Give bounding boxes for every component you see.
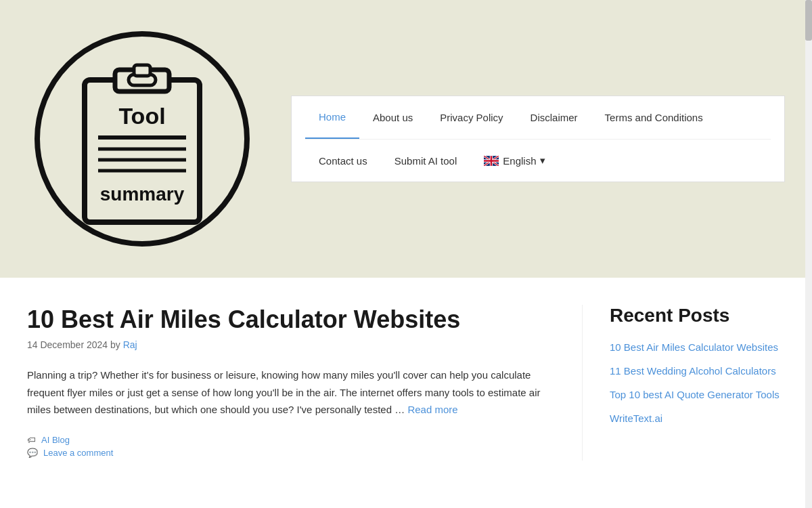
scrollbar-thumb[interactable]: [805, 0, 812, 41]
list-item: WriteText.ai: [610, 411, 785, 425]
site-content: 10 Best Air Miles Calculator Websites 14…: [0, 278, 812, 488]
nav-terms[interactable]: Terms and Conditions: [591, 97, 717, 138]
main-area: 10 Best Air Miles Calculator Websites 14…: [27, 305, 555, 461]
article: 10 Best Air Miles Calculator Websites 14…: [27, 305, 555, 458]
nav-privacy[interactable]: Privacy Policy: [426, 97, 516, 138]
recent-post-link-2[interactable]: 11 Best Wedding Alcohol Calculators: [610, 365, 776, 377]
nav-about[interactable]: About us: [359, 97, 426, 138]
article-excerpt: Planning a trip? Whether it's for busine…: [27, 366, 555, 419]
nav-disclaimer[interactable]: Disclaimer: [517, 97, 591, 138]
list-item: Top 10 best AI Quote Generator Tools: [610, 387, 785, 402]
svg-text:summary: summary: [100, 184, 185, 205]
article-by: by: [110, 339, 123, 350]
category-row: 🏷 AI Blog: [27, 435, 555, 445]
nav-row-1: Home About us Privacy Policy Disclaimer …: [305, 96, 771, 140]
read-more-link[interactable]: Read more: [407, 404, 457, 415]
svg-text:Tool: Tool: [118, 103, 165, 129]
nav-contact[interactable]: Contact us: [305, 140, 381, 182]
article-author[interactable]: Raj: [123, 339, 137, 350]
language-arrow: ▾: [540, 154, 545, 167]
nav-row-2: Contact us Submit AI tool English ▾: [305, 140, 771, 182]
comment-icon: 💬: [27, 448, 38, 458]
recent-post-link-3[interactable]: Top 10 best AI Quote Generator Tools: [610, 389, 780, 400]
scrollbar[interactable]: [805, 0, 812, 488]
list-item: 10 Best Air Miles Calculator Websites: [610, 340, 785, 354]
recent-posts-title: Recent Posts: [610, 305, 785, 326]
recent-post-link-4[interactable]: WriteText.ai: [610, 412, 662, 424]
site-header: Tool summary Home About us Privacy Polic…: [0, 0, 812, 278]
nav-home[interactable]: Home: [305, 96, 359, 139]
article-title: 10 Best Air Miles Calculator Websites: [27, 305, 555, 334]
list-item: 11 Best Wedding Alcohol Calculators: [610, 364, 785, 378]
category-icon: 🏷: [27, 435, 36, 445]
article-meta: 14 December 2024 by Raj: [27, 339, 555, 350]
language-selector[interactable]: English ▾: [470, 140, 559, 182]
article-category[interactable]: AI Blog: [41, 435, 70, 445]
site-navigation: Home About us Privacy Policy Disclaimer …: [291, 96, 785, 182]
article-date: 14 December 2024: [27, 339, 108, 350]
svg-rect-4: [134, 65, 150, 76]
comments-row: 💬 Leave a comment: [27, 448, 555, 458]
article-footer: 🏷 AI Blog 💬 Leave a comment: [27, 435, 555, 458]
recent-posts-list: 10 Best Air Miles Calculator Websites 11…: [610, 340, 785, 425]
site-logo[interactable]: Tool summary: [27, 14, 257, 264]
nav-submit[interactable]: Submit AI tool: [381, 140, 471, 182]
recent-post-link-1[interactable]: 10 Best Air Miles Calculator Websites: [610, 341, 778, 353]
article-comments[interactable]: Leave a comment: [43, 448, 113, 458]
sidebar: Recent Posts 10 Best Air Miles Calculato…: [582, 305, 785, 461]
language-label: English: [503, 155, 536, 167]
